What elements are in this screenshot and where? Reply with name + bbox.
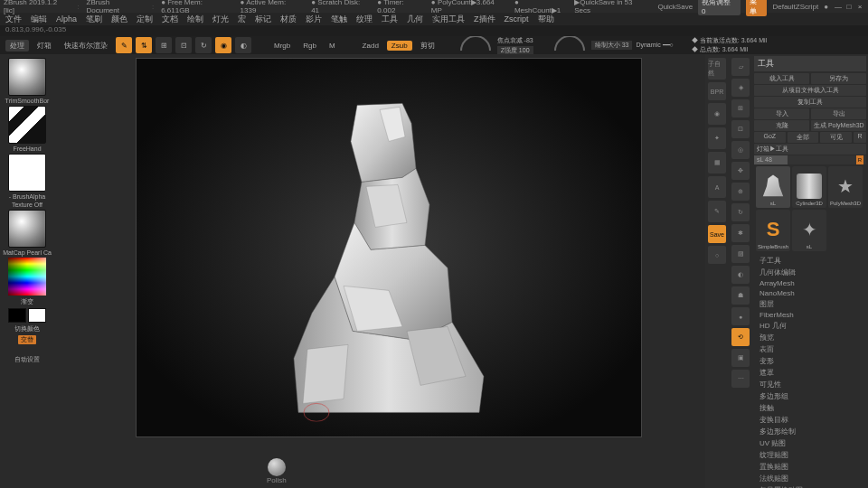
subpanel-hd-geo[interactable]: HD 几何	[758, 320, 863, 332]
subpanel-masking[interactable]: 遮罩	[758, 367, 863, 379]
subpanel-fibermesh[interactable]: FiberMesh	[758, 310, 863, 320]
boolean-render-button[interactable]: 快速布尔渲染	[60, 40, 112, 52]
subpanel-polygroups[interactable]: 多边形组	[758, 390, 863, 402]
menu-tag[interactable]: 菜单	[746, 0, 768, 16]
shelf-camera-icon[interactable]: ▣	[731, 349, 750, 367]
rotate-mode-icon[interactable]: ↻	[195, 37, 212, 53]
shelf-brush-icon[interactable]: ✎	[708, 201, 726, 222]
shelf-bpr-icon[interactable]: BPR	[708, 82, 726, 100]
export-button[interactable]: 导出	[811, 108, 866, 119]
menu-help[interactable]: 帮助	[538, 14, 554, 25]
minimize-icon[interactable]: —	[834, 3, 843, 11]
menu-zplugin[interactable]: Z插件	[474, 14, 495, 25]
menu-alpha[interactable]: Alpha	[56, 14, 77, 23]
menu-material[interactable]: 材质	[280, 14, 297, 25]
shelf-transp-icon[interactable]: ◐	[731, 266, 750, 284]
load-tool-button[interactable]: 载入工具	[754, 73, 809, 84]
shelf-persp-icon[interactable]: ◈	[731, 79, 750, 97]
zadd-button[interactable]: Zadd	[358, 41, 383, 51]
shelf-matrix-icon[interactable]: ▦	[708, 152, 726, 174]
rock-mesh[interactable]	[271, 87, 506, 421]
gizmo-icon[interactable]: ◉	[215, 37, 231, 53]
shelf-move-icon[interactable]: ✥	[731, 162, 750, 180]
subpanel-texturemap[interactable]: 纹理贴图	[758, 449, 863, 461]
shelf-frame-icon[interactable]: ◎	[731, 141, 750, 159]
clone-button[interactable]: 克隆	[754, 120, 809, 131]
shelf-extra-icon[interactable]: ○	[708, 246, 726, 264]
menu-marker[interactable]: 标记	[255, 14, 271, 25]
load-from-project-button[interactable]: 从项目文件载入工具	[754, 85, 866, 96]
lightbox-button[interactable]: 灯箱	[33, 40, 56, 52]
tool-thumb-active[interactable]: sL	[756, 166, 790, 208]
color-secondary-swatch[interactable]	[28, 308, 46, 323]
texture-thumbnail[interactable]	[8, 210, 46, 248]
alternate-button[interactable]: 交替	[18, 335, 36, 344]
shelf-local-icon[interactable]: ⊡	[731, 120, 750, 138]
shelf-polyf-icon[interactable]: ▨	[731, 245, 750, 263]
menu-file[interactable]: 文件	[5, 14, 22, 25]
shelf-subtool-icon[interactable]: 子自然	[708, 58, 726, 80]
sculptris-icon[interactable]: ◐	[235, 37, 251, 53]
m-button[interactable]: M	[325, 41, 340, 51]
perspective-tag[interactable]: 视角调整 0	[698, 0, 740, 15]
shelf-floor-icon[interactable]: ⊞	[731, 99, 750, 117]
shelf-enhance-icon[interactable]: ✦	[708, 127, 726, 149]
shelf-scene-icon[interactable]: ◉	[708, 103, 726, 125]
viewport[interactable]	[136, 58, 642, 437]
tool-thumb-cylinder[interactable]: Cylinder3D	[792, 166, 826, 208]
draw-mode-icon[interactable]: ⇅	[136, 37, 152, 53]
draw-size-label[interactable]: 绘制大小 33	[591, 41, 633, 50]
subpanel-vector-disp[interactable]: 矢量置换贴图	[758, 484, 863, 488]
quicksave-button[interactable]: QuickSave	[657, 3, 693, 11]
color-picker[interactable]	[8, 258, 46, 296]
menu-macro[interactable]: 宏	[238, 14, 246, 25]
subpanel-visibility[interactable]: 可见性	[758, 379, 863, 390]
close-icon[interactable]: ×	[855, 3, 864, 11]
subpanel-polypaint[interactable]: 多边形绘制	[758, 426, 863, 437]
subpanel-geometry[interactable]: 几何体编辑	[758, 267, 863, 278]
maximize-icon[interactable]: □	[844, 3, 854, 11]
subpanel-uvmap[interactable]: UV 贴图	[758, 437, 863, 449]
tool-panel-title[interactable]: 工具	[754, 56, 866, 71]
move-mode-icon[interactable]: ⊞	[156, 37, 172, 53]
z-intensity-label[interactable]: Z强度 100	[497, 46, 533, 55]
menu-geometry[interactable]: 几何	[407, 14, 423, 25]
menu-document[interactable]: 文档	[162, 14, 178, 25]
menu-stroke[interactable]: 笔触	[331, 14, 347, 25]
default-zscript[interactable]: DefaultZScript	[772, 3, 818, 11]
slider-r-button[interactable]: R	[856, 155, 863, 164]
import-button[interactable]: 导入	[754, 108, 809, 119]
lightbox-tool-button[interactable]: 灯箱▶工具	[754, 144, 866, 155]
zsub-button[interactable]: Zsub	[387, 41, 412, 51]
alpha-thumbnail[interactable]	[8, 154, 46, 192]
menu-edit[interactable]: 编辑	[31, 14, 47, 25]
menu-light[interactable]: 灯光	[212, 14, 229, 25]
scale-mode-icon[interactable]: ⊡	[175, 37, 192, 53]
menu-draw[interactable]: 绘制	[187, 14, 203, 25]
focal-shift-arc[interactable]	[458, 36, 494, 54]
goz-all-button[interactable]: 全部	[788, 132, 819, 143]
mrgb-button[interactable]: Mrgb	[269, 41, 295, 51]
shelf-history-icon[interactable]: ⟲	[731, 328, 750, 346]
shelf-a-icon[interactable]: A	[708, 176, 726, 198]
cut-button[interactable]: 剪切	[416, 40, 439, 52]
subpanel-contact[interactable]: 接触	[758, 402, 863, 414]
subpanel-displacement[interactable]: 置换贴图	[758, 461, 863, 473]
subpanel-layers[interactable]: 图层	[758, 298, 863, 310]
menu-tool[interactable]: 工具	[382, 14, 398, 25]
menu-zscript[interactable]: Zscript	[505, 14, 529, 23]
menu-brush[interactable]: 笔刷	[86, 14, 102, 25]
menu-utility[interactable]: 实用工具	[432, 14, 465, 25]
shelf-solo-icon[interactable]: ●	[731, 307, 750, 325]
subpanel-morph[interactable]: 变换目标	[758, 414, 863, 426]
menu-texture[interactable]: 纹理	[356, 14, 373, 25]
brush-thumbnail[interactable]	[8, 58, 46, 96]
options-icon[interactable]: ●	[824, 3, 828, 11]
color-main-swatch[interactable]	[8, 308, 26, 323]
subpanel-deform[interactable]: 变形	[758, 355, 863, 367]
subpanel-arraymesh[interactable]: ArrayMesh	[758, 278, 863, 288]
tool-thumb-simplebrush[interactable]: SSimpleBrush	[756, 210, 790, 251]
menu-color[interactable]: 颜色	[111, 14, 127, 25]
switch-color-label[interactable]: 切换颜色	[14, 324, 40, 333]
subpanel-nanomesh[interactable]: NanoMesh	[758, 288, 863, 298]
